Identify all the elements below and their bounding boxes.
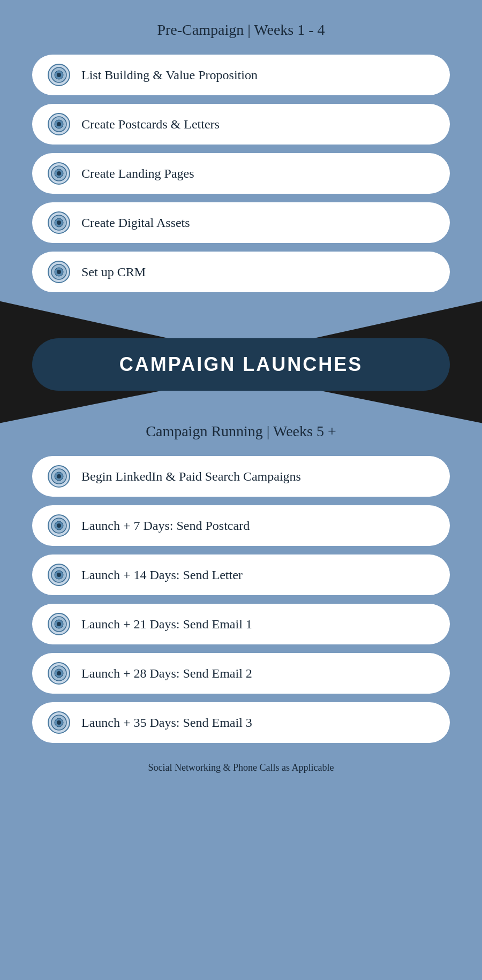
item-label: Launch + 14 Days: Send Letter (81, 568, 243, 582)
list-item: Create Digital Assets (32, 202, 450, 243)
list-item: Begin LinkedIn & Paid Search Campaigns (32, 456, 450, 497)
svg-point-15 (57, 221, 61, 225)
radio-icon (47, 465, 71, 488)
svg-point-31 (57, 573, 61, 577)
campaign-launches-banner: CAMPAIGN LAUNCHES (32, 338, 450, 391)
item-label: Launch + 21 Days: Send Email 1 (81, 617, 252, 632)
radio-icon (47, 662, 71, 685)
radio-icon (47, 711, 71, 734)
pre-campaign-block: Pre-Campaign | Weeks 1 - 4 List Building… (0, 0, 482, 354)
svg-point-35 (57, 622, 61, 626)
item-label: Launch + 28 Days: Send Email 2 (81, 666, 252, 681)
item-label: Begin LinkedIn & Paid Search Campaigns (81, 469, 301, 484)
list-item: Launch + 7 Days: Send Postcard (32, 505, 450, 546)
svg-point-39 (57, 671, 61, 675)
svg-point-43 (57, 720, 61, 725)
pre-campaign-title: Pre-Campaign | Weeks 1 - 4 (157, 21, 325, 39)
list-item: List Building & Value Proposition (32, 55, 450, 95)
radio-icon (47, 514, 71, 537)
list-item: Launch + 35 Days: Send Email 3 (32, 702, 450, 743)
item-label: Launch + 35 Days: Send Email 3 (81, 716, 252, 730)
list-item: Create Landing Pages (32, 153, 450, 194)
list-item: Launch + 28 Days: Send Email 2 (32, 653, 450, 694)
item-label: Set up CRM (81, 265, 146, 279)
radio-icon (47, 162, 71, 185)
pre-campaign-list: List Building & Value Proposition Create… (32, 55, 450, 301)
radio-icon (47, 63, 71, 87)
item-label: Launch + 7 Days: Send Postcard (81, 519, 250, 533)
radio-icon (47, 211, 71, 234)
svg-point-23 (57, 474, 61, 478)
list-item: Set up CRM (32, 252, 450, 292)
list-item: Create Postcards & Letters (32, 104, 450, 145)
campaign-footer-note: Social Networking & Phone Calls as Appli… (148, 762, 334, 773)
campaign-launches-label: CAMPAIGN LAUNCHES (119, 353, 363, 375)
campaign-launches-wrapper: CAMPAIGN LAUNCHES (0, 338, 482, 391)
svg-point-7 (57, 122, 61, 126)
list-item: Launch + 14 Days: Send Letter (32, 554, 450, 595)
svg-point-3 (57, 73, 61, 77)
svg-point-27 (57, 523, 61, 528)
campaign-running-block: Campaign Running | Weeks 5 + Begin Linke… (0, 375, 482, 980)
campaign-running-title: Campaign Running | Weeks 5 + (146, 423, 336, 440)
item-label: List Building & Value Proposition (81, 68, 258, 82)
item-label: Create Digital Assets (81, 216, 190, 230)
radio-icon (47, 563, 71, 587)
svg-point-19 (57, 270, 61, 274)
item-label: Create Landing Pages (81, 166, 194, 181)
radio-icon (47, 260, 71, 284)
radio-icon (47, 112, 71, 136)
page-wrapper: Pre-Campaign | Weeks 1 - 4 List Building… (0, 0, 482, 980)
campaign-running-list: Begin LinkedIn & Paid Search Campaigns L… (32, 456, 450, 751)
list-item: Launch + 21 Days: Send Email 1 (32, 604, 450, 644)
item-label: Create Postcards & Letters (81, 117, 220, 132)
radio-icon (47, 612, 71, 636)
svg-point-11 (57, 171, 61, 176)
